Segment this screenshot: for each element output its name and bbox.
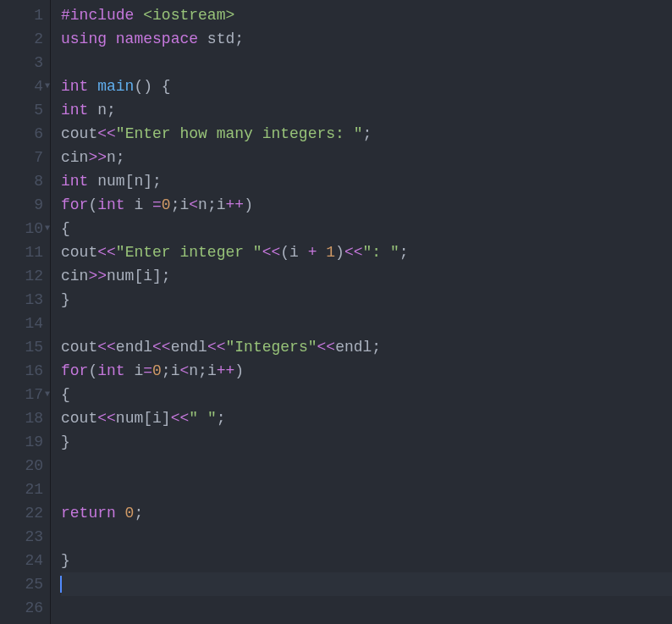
line-number[interactable]: 20 — [14, 454, 43, 478]
line-number[interactable]: 6 — [14, 122, 43, 146]
line-number[interactable]: 25 — [14, 572, 43, 596]
code-line[interactable]: using namespace std; — [61, 27, 672, 51]
line-number[interactable]: 3 — [14, 51, 43, 75]
code-line[interactable] — [61, 596, 672, 620]
code-line[interactable] — [61, 51, 672, 75]
code-line[interactable]: return 0; — [61, 501, 672, 525]
line-number[interactable]: 5 — [14, 98, 43, 122]
line-number[interactable]: 13 — [14, 288, 43, 312]
line-number[interactable]: 24 — [14, 549, 43, 572]
code-content[interactable]: #include <iostream> using namespace std;… — [51, 0, 672, 624]
code-line[interactable]: for(int i =0;i<n;i++) — [61, 193, 672, 217]
code-line[interactable]: for(int i=0;i<n;i++) — [61, 359, 672, 383]
line-number[interactable]: 19 — [14, 430, 43, 454]
code-line[interactable]: cout<<"Enter how many integers: "; — [61, 122, 672, 146]
code-line[interactable]: } — [61, 288, 672, 312]
line-number[interactable]: 17▼ — [14, 383, 43, 406]
line-number[interactable]: 8 — [14, 169, 43, 193]
code-line[interactable]: } — [61, 549, 672, 572]
code-line[interactable]: cin>>num[i]; — [61, 264, 672, 288]
code-line[interactable]: cout<<endl<<endl<<"Integers"<<endl; — [61, 335, 672, 359]
line-number[interactable]: 18 — [14, 406, 43, 430]
line-number[interactable]: 10▼ — [14, 217, 43, 240]
line-number-gutter: 1 2 3 4▼ 5 6 7 8 9 10▼ 11 12 13 14 15 16… — [0, 0, 51, 624]
line-number[interactable]: 15 — [14, 335, 43, 359]
fold-marker-icon[interactable]: ▼ — [45, 217, 50, 240]
line-number[interactable]: 2 — [14, 27, 43, 51]
line-number[interactable]: 12 — [14, 264, 43, 288]
code-line[interactable] — [61, 454, 672, 478]
code-line[interactable]: int num[n]; — [61, 169, 672, 193]
code-line[interactable] — [61, 525, 672, 549]
line-number[interactable]: 26 — [14, 596, 43, 620]
cursor-icon — [60, 576, 62, 593]
code-line[interactable]: cout<<"Enter integer "<<(i + 1)<<": "; — [61, 240, 672, 264]
line-number[interactable]: 1 — [14, 3, 43, 27]
code-line[interactable]: cin>>n; — [61, 146, 672, 169]
code-line-active[interactable] — [61, 572, 672, 596]
line-number[interactable]: 14 — [14, 312, 43, 335]
line-number[interactable]: 23 — [14, 525, 43, 549]
code-line[interactable]: int main() { — [61, 75, 672, 98]
code-editor: 1 2 3 4▼ 5 6 7 8 9 10▼ 11 12 13 14 15 16… — [0, 0, 672, 624]
code-line[interactable]: #include <iostream> — [61, 3, 672, 27]
line-number[interactable]: 7 — [14, 146, 43, 169]
line-number[interactable]: 21 — [14, 478, 43, 501]
code-line[interactable]: { — [61, 383, 672, 406]
line-number[interactable]: 4▼ — [14, 75, 43, 98]
line-number[interactable]: 22 — [14, 501, 43, 525]
fold-marker-icon[interactable]: ▼ — [45, 383, 50, 406]
code-line[interactable] — [61, 478, 672, 501]
line-number[interactable]: 11 — [14, 240, 43, 264]
code-line[interactable]: { — [61, 217, 672, 240]
code-line[interactable] — [61, 312, 672, 335]
line-number[interactable]: 16 — [14, 359, 43, 383]
code-line[interactable]: cout<<num[i]<<" "; — [61, 406, 672, 430]
fold-marker-icon[interactable]: ▼ — [45, 75, 50, 98]
code-line[interactable]: } — [61, 430, 672, 454]
code-line[interactable]: int n; — [61, 98, 672, 122]
line-number[interactable]: 9 — [14, 193, 43, 217]
